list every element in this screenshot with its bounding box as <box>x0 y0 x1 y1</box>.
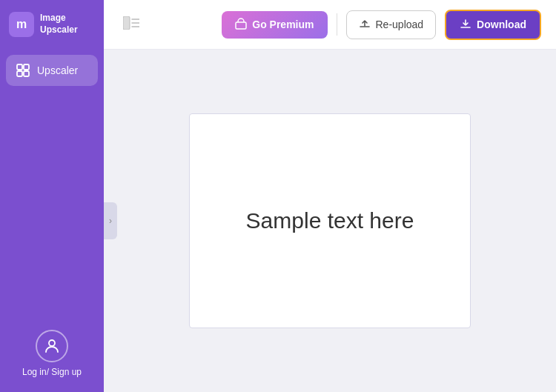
topbar: Go Premium Re-upload Download <box>104 0 556 50</box>
canvas-area: › Sample text here <box>104 50 556 392</box>
svg-rect-2 <box>17 71 22 76</box>
logo-icon: m <box>9 12 34 37</box>
collapse-handle[interactable]: › <box>104 202 117 239</box>
upscaler-icon <box>15 62 31 79</box>
svg-rect-9 <box>236 22 246 29</box>
logo-text: Image Upscaler <box>40 13 78 36</box>
svg-rect-0 <box>17 64 22 70</box>
sidebar: m Image Upscaler Upscaler <box>0 0 104 392</box>
avatar <box>36 330 68 362</box>
topbar-divider <box>337 13 337 36</box>
premium-icon <box>235 18 247 32</box>
login-area[interactable]: Log in/ Sign up <box>22 330 82 377</box>
image-canvas: Sample text here <box>189 113 471 328</box>
download-button[interactable]: Download <box>445 10 541 40</box>
svg-point-4 <box>49 340 55 346</box>
login-label: Log in/ Sign up <box>22 367 82 377</box>
logo-area: m Image Upscaler <box>0 0 104 49</box>
sidebar-item-upscaler-label: Upscaler <box>37 64 78 76</box>
sidebar-nav: Upscaler <box>0 49 104 92</box>
svg-rect-5 <box>123 16 130 30</box>
toggle-sidebar-icon[interactable] <box>119 12 144 38</box>
sidebar-item-upscaler[interactable]: Upscaler <box>6 55 98 86</box>
main-content: Go Premium Re-upload Download <box>104 0 556 392</box>
svg-rect-1 <box>24 64 29 70</box>
go-premium-button[interactable]: Go Premium <box>222 11 327 39</box>
svg-rect-3 <box>24 71 29 76</box>
download-icon <box>460 18 471 32</box>
sample-text: Sample text here <box>246 208 414 233</box>
reupload-icon <box>359 18 371 32</box>
reupload-button[interactable]: Re-upload <box>346 10 437 39</box>
